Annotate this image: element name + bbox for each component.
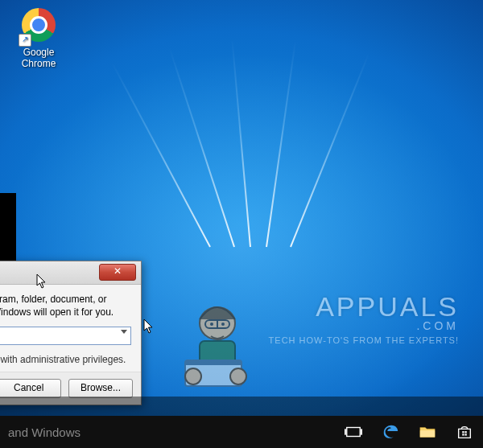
run-open-combobox[interactable] — [0, 327, 131, 345]
svg-point-9 — [230, 368, 246, 384]
run-dialog: ✕ Type the name of a program, folder, do… — [0, 261, 142, 405]
task-view-icon — [345, 423, 362, 441]
svg-rect-11 — [345, 429, 346, 434]
taskbar-search[interactable]: and Windows — [0, 416, 153, 448]
desktop-icon-google-chrome[interactable]: ↗ Google Chrome — [8, 8, 69, 69]
edge-browser-button[interactable] — [372, 416, 409, 448]
chrome-icon: ↗ — [20, 8, 57, 45]
svg-rect-17 — [464, 434, 466, 435]
shortcut-overlay-icon: ↗ — [19, 34, 31, 47]
svg-point-4 — [221, 323, 225, 326]
svg-rect-7 — [185, 360, 242, 365]
edge-icon — [382, 423, 399, 441]
svg-point-3 — [210, 323, 213, 326]
svg-rect-15 — [464, 431, 466, 433]
run-titlebar[interactable]: ✕ — [0, 261, 141, 285]
browse-button[interactable]: Browse... — [68, 379, 133, 398]
svg-rect-13 — [420, 430, 435, 437]
close-button[interactable]: ✕ — [99, 264, 136, 281]
svg-rect-14 — [462, 431, 464, 433]
mascot-icon — [161, 291, 266, 396]
svg-rect-10 — [347, 428, 361, 437]
search-placeholder: and Windows — [8, 425, 80, 439]
appuals-watermark: APPUALS .COM TECH HOW-TO'S FROM THE EXPE… — [233, 291, 459, 388]
cancel-button[interactable]: Cancel — [0, 379, 61, 398]
close-icon: ✕ — [114, 265, 122, 277]
watermark-title: APPUALS — [233, 291, 459, 323]
chevron-down-icon — [121, 330, 127, 334]
run-description: Type the name of a program, folder, docu… — [0, 293, 131, 319]
frame-strip — [0, 193, 16, 265]
svg-point-8 — [185, 368, 201, 384]
svg-rect-16 — [462, 434, 464, 435]
store-button[interactable] — [446, 416, 483, 448]
svg-rect-12 — [361, 429, 362, 434]
watermark-tagline: TECH HOW-TO'S FROM THE EXPERTS! — [233, 335, 459, 345]
task-view-button[interactable] — [335, 416, 372, 448]
taskbar: and Windows — [0, 416, 483, 448]
run-admin-note: This task will be created with administr… — [0, 353, 131, 366]
taskbar-shadow — [0, 397, 483, 416]
desktop-icon-label: Google Chrome — [8, 47, 69, 69]
store-icon — [456, 423, 473, 441]
file-explorer-icon — [419, 423, 436, 441]
file-explorer-button[interactable] — [409, 416, 446, 448]
